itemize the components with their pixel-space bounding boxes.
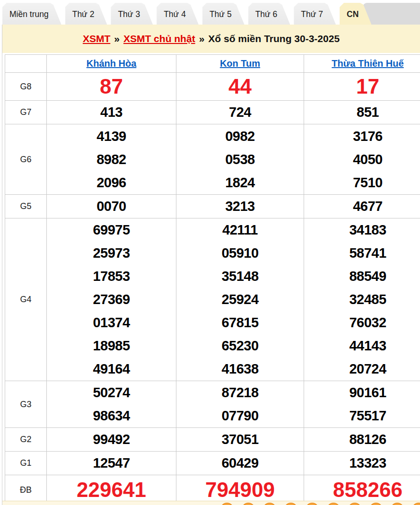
page-left-border (2, 25, 2, 505)
tab-thứ-3[interactable]: Thứ 3 (111, 3, 153, 25)
prize-value: 851 (304, 101, 420, 124)
breadcrumb-link[interactable]: XSMT chủ nhật (123, 33, 195, 44)
prize-row: G1125476042913323 (5, 452, 420, 475)
prize-row: G469975259731785327369013741898549164421… (5, 218, 420, 381)
prize-row: G6413989822096098205381824317640507510 (5, 124, 420, 195)
tab-thứ-5[interactable]: Thứ 5 (202, 3, 245, 25)
prize-value: 32485 (304, 288, 420, 311)
prize-value: 4050 (304, 148, 420, 171)
prize-value: 7510 (304, 171, 420, 194)
tab-miền-trung[interactable]: Miền trung (2, 3, 61, 25)
prize-value: 07790 (176, 404, 304, 427)
prize-value: 17853 (47, 265, 176, 288)
loto-ball-icon (242, 503, 255, 505)
prize-value: 0070 (47, 195, 176, 218)
prize-value: 49164 (47, 357, 176, 381)
prize-value: 60429 (176, 452, 304, 475)
prize-value: 18985 (47, 334, 176, 357)
loto-ball-icon (391, 503, 404, 505)
prize-value: 25924 (176, 288, 304, 311)
prize-value: 4677 (304, 195, 420, 218)
prize-row: G3502749863487218077909016175517 (5, 381, 420, 428)
tab-thứ-7[interactable]: Thứ 7 (294, 3, 336, 25)
prize-value: 3213 (176, 195, 304, 218)
prize-row: G5007032134677 (5, 195, 420, 218)
loto-ball-icon (263, 503, 276, 505)
prize-value: 42111 (176, 218, 304, 242)
province-link-1[interactable]: Khánh Hòa (87, 58, 137, 69)
prize-cell: 4677 (304, 195, 420, 218)
prize-value: 17 (304, 74, 420, 99)
prize-value: 98634 (47, 404, 176, 427)
prize-value: 3176 (304, 125, 420, 148)
prize-value: 724 (176, 101, 304, 124)
breadcrumb-current: Xổ số miền Trung 30-3-2025 (208, 33, 340, 44)
loto-ball-icon (348, 503, 361, 505)
prize-cell: 851 (304, 101, 420, 124)
prize-value: 1824 (176, 171, 304, 194)
province-header-cell: Thừa Thiên Huế (304, 55, 420, 73)
prize-cell: 88126 (304, 428, 420, 452)
loto-ball-icon (327, 503, 340, 505)
prize-label: G1 (5, 452, 47, 475)
prize-value: 99492 (47, 428, 176, 451)
prize-value: 67815 (176, 311, 304, 334)
breadcrumb-link[interactable]: XSMT (83, 33, 110, 44)
prize-value: 2096 (47, 171, 176, 194)
prize-cell: 69975259731785327369013741898549164 (47, 218, 176, 381)
prize-value: 20724 (304, 357, 420, 381)
province-header-cell: Kon Tum (176, 55, 304, 73)
tab-thứ-2[interactable]: Thứ 2 (65, 3, 107, 25)
breadcrumb: XSMT»XSMT chủ nhật»Xổ số miền Trung 30-3… (2, 25, 420, 53)
prize-value: 8982 (47, 148, 176, 171)
province-link-3[interactable]: Thừa Thiên Huế (332, 58, 403, 69)
province-header-row: Khánh HòaKon TumThừa Thiên Huế (5, 55, 420, 73)
prize-value: 413 (47, 101, 176, 124)
prize-cell: 87 (47, 73, 176, 101)
loto-ball-icon (412, 503, 420, 505)
loto-ball-icon (220, 503, 234, 505)
prize-cell: 9016175517 (304, 381, 420, 428)
lottery-results-table: Khánh HòaKon TumThừa Thiên HuếG8874417G7… (5, 54, 420, 505)
prize-value: 34183 (304, 218, 420, 242)
prize-value: 88126 (304, 428, 420, 451)
prize-value: 27369 (47, 288, 176, 311)
prize-value: 858266 (304, 478, 420, 503)
prize-cell: 413989822096 (47, 124, 176, 195)
tab-thứ-4[interactable]: Thứ 4 (157, 3, 199, 25)
tab-bar-filler (363, 3, 420, 25)
prize-label: G6 (5, 124, 47, 195)
prize-value: 13323 (304, 452, 420, 475)
prize-cell: 60429 (176, 452, 304, 475)
prize-cell: 12547 (47, 452, 176, 475)
prize-value: 76032 (304, 311, 420, 334)
prize-value: 44 (176, 74, 304, 99)
prize-value: 87 (47, 74, 176, 99)
prize-value: 65230 (176, 334, 304, 357)
prize-cell: 724 (176, 101, 304, 124)
prize-value: 69975 (47, 218, 176, 242)
prize-value: 41638 (176, 357, 304, 381)
prize-cell: 99492 (47, 428, 176, 452)
prize-value: 0538 (176, 148, 304, 171)
prize-cell: 13323 (304, 452, 420, 475)
prize-value: 4139 (47, 125, 176, 148)
next-section-strip (2, 501, 420, 505)
prize-cell: 098205381824 (176, 124, 304, 195)
prize-cell: 0070 (47, 195, 176, 218)
prize-value: 87218 (176, 381, 304, 404)
tab-thứ-6[interactable]: Thứ 6 (248, 3, 290, 25)
province-header-cell: Khánh Hòa (47, 55, 176, 73)
prize-value: 25973 (47, 242, 176, 265)
prize-value: 05910 (176, 242, 304, 265)
province-link-2[interactable]: Kon Tum (220, 58, 260, 69)
prize-row: G7413724851 (5, 101, 420, 124)
loto-ball-icon (369, 503, 383, 505)
breadcrumb-separator: » (199, 33, 205, 44)
prize-cell: 17 (304, 73, 420, 101)
prize-cell: 3213 (176, 195, 304, 218)
prize-cell: 34183587418854932485760324414320724 (304, 218, 420, 381)
prize-value: 0982 (176, 125, 304, 148)
prize-cell: 317640507510 (304, 124, 420, 195)
prize-cell: 8721807790 (176, 381, 304, 428)
